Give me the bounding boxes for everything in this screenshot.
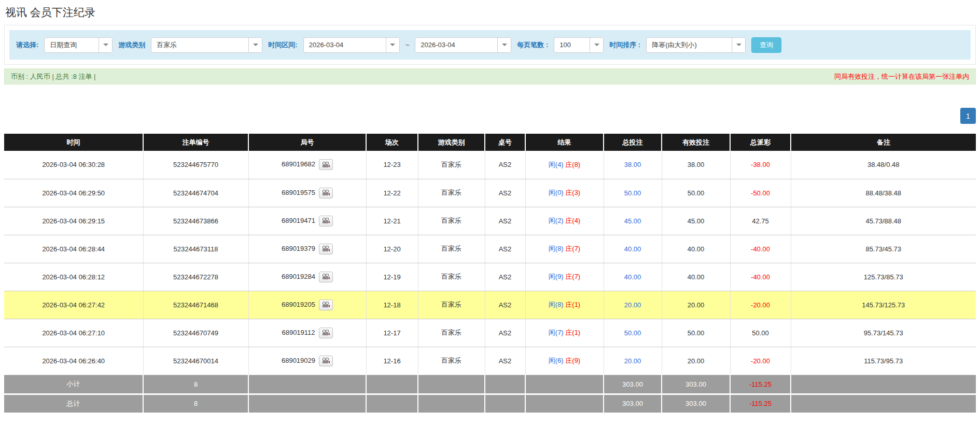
result-banker: 庄(1) <box>565 301 580 308</box>
cell-round-id: 689019471 <box>248 207 366 235</box>
table-row[interactable]: 2026-03-04 06:28:44523244673118689019379… <box>4 235 976 263</box>
cell-bet-id: 523244674704 <box>143 179 248 207</box>
cell-total-bet: 20.00 <box>604 347 662 375</box>
cell-round-id: 689019284 <box>248 263 366 291</box>
header-time: 时间 <box>4 134 143 151</box>
video-replay-button[interactable] <box>319 356 333 366</box>
cell-payout: 50.00 <box>730 319 791 347</box>
result-player: 闲(9) <box>549 273 564 280</box>
cell-result: 闲(9) 庄(7) <box>525 263 604 291</box>
cell-session: 12-22 <box>366 179 418 207</box>
cell-payout: -38.00 <box>730 151 791 179</box>
total-bet-link[interactable]: 45.00 <box>624 217 641 225</box>
cell-time: 2026-03-04 06:27:42 <box>4 291 143 319</box>
total-bet-link[interactable]: 40.00 <box>624 245 641 253</box>
header-payout: 总派彩 <box>730 134 791 151</box>
page-size-select[interactable]: 100 <box>554 37 604 53</box>
cell-payout: -50.00 <box>730 179 791 207</box>
result-player: 闲(6) <box>549 357 564 364</box>
video-replay-icon <box>322 218 330 224</box>
header-table-no: 桌号 <box>485 134 525 151</box>
cell-time: 2026-03-04 06:30:28 <box>4 151 143 179</box>
query-type-label: 请选择: <box>16 40 38 50</box>
cell-session: 12-20 <box>366 235 418 263</box>
cell-bet-id: 523244672278 <box>143 263 248 291</box>
date-end-select[interactable]: 2026-03-04 <box>415 37 511 53</box>
video-replay-icon <box>322 246 330 252</box>
total-bet-link[interactable]: 38.00 <box>624 161 641 168</box>
cell-result: 闲(7) 庄(1) <box>525 319 604 347</box>
cell-valid-bet: 40.00 <box>662 263 730 291</box>
cell-table-no: AS2 <box>485 151 525 179</box>
cell-remark: 85.73/45.73 <box>791 235 976 263</box>
table-footer: 小计8303.00303.00-115.25总计8303.00303.00-11… <box>4 375 976 413</box>
time-sort-select[interactable]: 降幂(由大到小) <box>646 37 746 53</box>
video-replay-button[interactable] <box>319 188 333 199</box>
cell-table-no: AS2 <box>485 179 525 207</box>
table-row[interactable]: 2026-03-04 06:29:15523244673866689019471… <box>4 207 976 235</box>
video-replay-button[interactable] <box>319 328 333 338</box>
cell-round-id: 689019205 <box>248 291 366 319</box>
table-row[interactable]: 2026-03-04 06:26:40523244670014689019029… <box>4 347 976 375</box>
video-replay-button[interactable] <box>319 159 333 170</box>
header-total-bet: 总投注 <box>604 134 662 151</box>
pagination-page-1[interactable]: 1 <box>960 108 976 124</box>
cell-table-no: AS2 <box>485 291 525 319</box>
table-row[interactable]: 2026-03-04 06:28:12523244672278689019284… <box>4 263 976 291</box>
subtotal-row-count: 8 <box>143 375 248 394</box>
cell-payout: -20.00 <box>730 347 791 375</box>
result-player: 闲(2) <box>549 217 564 224</box>
video-replay-button[interactable] <box>319 300 333 310</box>
cell-time: 2026-03-04 06:29:50 <box>4 179 143 207</box>
video-replay-button[interactable] <box>319 272 333 282</box>
cell-time: 2026-03-04 06:26:40 <box>4 347 143 375</box>
subtotal-row-round-id-empty <box>248 375 366 394</box>
game-type-select[interactable]: 百家乐 <box>151 37 262 53</box>
subtotal-row-remark-empty <box>791 375 976 394</box>
cell-remark: 115.73/95.73 <box>791 347 976 375</box>
cell-result: 闲(2) 庄(4) <box>525 207 604 235</box>
cell-round-id: 689019575 <box>248 179 366 207</box>
total-bet-link[interactable]: 20.00 <box>624 301 641 309</box>
grandtotal-row-result-empty <box>525 394 604 413</box>
header-result: 结果 <box>525 134 604 151</box>
cell-remark: 38.48/0.48 <box>791 151 976 179</box>
total-bet-link[interactable]: 40.00 <box>624 273 641 281</box>
query-button[interactable]: 查询 <box>751 37 781 53</box>
filter-bar: 请选择: 日期查询 游戏类别 百家乐 时间区间: 2026-03-04 ~ 20… <box>9 30 971 60</box>
result-banker: 庄(3) <box>565 189 580 196</box>
cell-session: 12-23 <box>366 151 418 179</box>
cell-result: 闲(8) 庄(1) <box>525 291 604 319</box>
table-row[interactable]: 2026-03-04 06:27:42523244671468689019205… <box>4 291 976 319</box>
subtotal-row-payout: -115.25 <box>730 375 791 394</box>
total-bet-link[interactable]: 50.00 <box>624 329 641 337</box>
cell-total-bet: 40.00 <box>604 263 662 291</box>
round-id-text: 689019682 <box>282 160 315 168</box>
cell-total-bet: 50.00 <box>604 319 662 347</box>
total-bet-link[interactable]: 50.00 <box>624 189 641 197</box>
video-replay-icon <box>322 302 330 308</box>
total-bet-link[interactable]: 20.00 <box>624 357 641 365</box>
cell-total-bet: 38.00 <box>604 151 662 179</box>
cell-valid-bet: 50.00 <box>662 319 730 347</box>
video-replay-button[interactable] <box>319 244 333 254</box>
cell-session: 12-21 <box>366 207 418 235</box>
cell-valid-bet: 45.00 <box>662 207 730 235</box>
table-header: 时间 注单编号 局号 场次 游戏类别 桌号 结果 总投注 有效投注 总派彩 备注 <box>4 134 976 151</box>
table-row[interactable]: 2026-03-04 06:30:28523244675770689019682… <box>4 151 976 179</box>
cell-remark: 125.73/85.73 <box>791 263 976 291</box>
cell-table-no: AS2 <box>485 207 525 235</box>
header-bet-id: 注单编号 <box>143 134 248 151</box>
result-player: 闲(8) <box>549 301 564 308</box>
date-start-select[interactable]: 2026-03-04 <box>303 37 400 53</box>
video-replay-icon <box>322 358 330 364</box>
table-row[interactable]: 2026-03-04 06:29:50523244674704689019575… <box>4 179 976 207</box>
video-replay-button[interactable] <box>319 216 333 226</box>
query-type-select[interactable]: 日期查询 <box>44 37 113 53</box>
video-replay-icon <box>322 162 330 168</box>
cell-game-type: 百家乐 <box>418 291 485 319</box>
table-row[interactable]: 2026-03-04 06:27:10523244670749689019112… <box>4 319 976 347</box>
time-sort-label: 时间排序 : <box>609 40 640 50</box>
game-type-value: 百家乐 <box>151 40 248 50</box>
grandtotal-row-label: 总计 <box>4 394 143 413</box>
